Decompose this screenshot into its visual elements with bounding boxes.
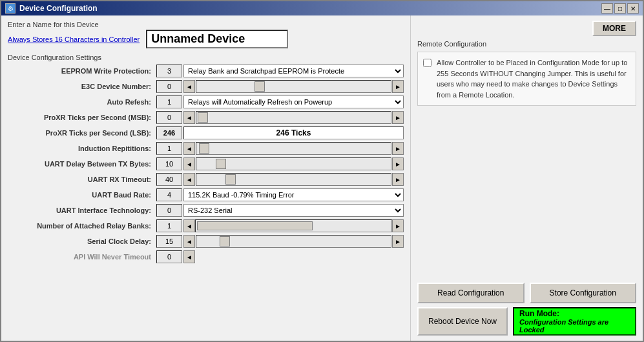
uart-rx-slider-control: ◄ ► — [183, 173, 404, 186]
reboot-btn-row: Reboot Device Now Run Mode: Configuratio… — [417, 307, 636, 336]
clock-delay-left-arrow[interactable]: ◄ — [183, 235, 195, 248]
store-config-button[interactable]: Store Configuration — [530, 283, 637, 303]
main-window: ⚙ Device Configuration — □ ✕ Enter a Nam… — [0, 0, 644, 342]
relay-banks-scrollbar-control: ◄ ► — [183, 219, 404, 232]
table-row: EEPROM Write Protection: 3 Relay Bank an… — [8, 64, 404, 78]
bottom-buttons: Read Configuration Store Configuration R… — [417, 283, 636, 336]
reboot-button[interactable]: Reboot Device Now — [417, 307, 508, 336]
table-row: UART Interface Technology: 0 RS-232 Seri… — [8, 203, 404, 217]
left-panel: Enter a Name for this Device Always Stor… — [1, 15, 410, 341]
window-title: Device Configuration — [19, 4, 98, 13]
uart-delay-slider-thumb[interactable] — [216, 159, 226, 169]
relay-banks-right-arrow[interactable]: ► — [392, 219, 404, 232]
uart-delay-right-arrow[interactable]: ► — [392, 157, 404, 170]
window-icon: ⚙ — [5, 3, 16, 14]
remote-config-box: Allow Controller to be Placed in Configu… — [417, 52, 636, 106]
induction-left-arrow[interactable]: ◄ — [183, 142, 195, 155]
induction-slider-thumb[interactable] — [199, 143, 209, 154]
enter-name-label: Enter a Name for this Device — [8, 21, 404, 28]
clock-delay-slider-thumb[interactable] — [220, 236, 230, 246]
relay-banks-scroll-bar[interactable] — [197, 221, 313, 230]
uart-delay-left-arrow[interactable]: ◄ — [183, 157, 195, 170]
table-row: API Will Never Timeout 0 ◄ — [8, 250, 404, 264]
setting-value-baud: 4 — [156, 188, 182, 201]
setting-value-uart-rx: 40 — [156, 173, 182, 186]
device-name-input[interactable] — [146, 30, 288, 48]
setting-value-api-timeout: 0 — [156, 250, 182, 263]
table-row: Induction Repititions: 1 ◄ ► — [8, 141, 404, 156]
e3c-left-arrow[interactable]: ◄ — [183, 80, 195, 93]
api-timeout-slider-control: ◄ — [183, 250, 404, 263]
setting-value-autorefesh: 1 — [156, 96, 182, 108]
uart-rx-left-arrow[interactable]: ◄ — [183, 173, 195, 186]
uart-rx-slider-track[interactable] — [196, 173, 391, 186]
proxr-msb-right-arrow[interactable]: ► — [392, 111, 404, 124]
e3c-slider-thumb[interactable] — [254, 81, 265, 92]
run-mode-line2: Configuration Settings are Locked — [519, 318, 630, 334]
setting-label-baud: UART Baud Rate: — [8, 191, 156, 199]
uart-delay-slider-control: ◄ ► — [183, 157, 404, 170]
table-row: Auto Refesh: 1 Relays will Automatically… — [8, 95, 404, 109]
setting-label-eeprom: EEPROM Write Protection: — [8, 67, 156, 75]
induction-slider-control: ◄ ► — [183, 142, 404, 155]
clock-delay-right-arrow[interactable]: ► — [392, 235, 404, 248]
device-name-section: Enter a Name for this Device Always Stor… — [8, 21, 404, 48]
setting-value-proxr-msb: 0 — [156, 111, 182, 124]
proxr-msb-slider-control: ◄ ► — [183, 111, 404, 124]
induction-right-arrow[interactable]: ► — [392, 142, 404, 155]
uart-rx-right-arrow[interactable]: ► — [392, 173, 404, 186]
autorefesh-dropdown[interactable]: Relays will Automatically Refresh on Pow… — [183, 96, 404, 108]
eeprom-dropdown[interactable]: Relay Bank and Scratchpad EEPROM is Prot… — [183, 65, 404, 77]
remote-config-text: Allow Controller to be Placed in Configu… — [437, 57, 630, 100]
run-mode-line1: Run Mode: — [519, 309, 559, 318]
e3c-slider-control: ◄ ► — [183, 80, 404, 93]
setting-value-eeprom: 3 — [156, 65, 182, 77]
autorefesh-dropdown-control: Relays will Automatically Refresh on Pow… — [183, 96, 404, 108]
proxr-msb-slider-track[interactable] — [196, 111, 391, 124]
setting-label-relay-banks: Number of Attached Relay Banks: — [8, 222, 156, 230]
proxr-msb-slider-thumb[interactable] — [198, 112, 208, 123]
table-row: ProXR Ticks per Second (LSB): 246 246 Ti… — [8, 126, 404, 140]
setting-value-e3c: 0 — [156, 80, 182, 93]
setting-label-autorefesh: Auto Refesh: — [8, 98, 156, 106]
baud-dropdown[interactable]: 115.2K Baud -0.79% Timing Error — [183, 188, 404, 201]
remote-config-title: Remote Configuration — [417, 40, 636, 48]
config-settings-label: Device Configuration Settings — [8, 54, 404, 61]
table-row: E3C Device Number: 0 ◄ ► — [8, 79, 404, 94]
e3c-right-arrow[interactable]: ► — [392, 80, 404, 93]
api-timeout-left-arrow[interactable]: ◄ — [183, 250, 195, 263]
baud-dropdown-control: 115.2K Baud -0.79% Timing Error — [183, 188, 404, 201]
uart-rx-slider-thumb[interactable] — [225, 174, 236, 185]
remote-config-checkbox[interactable] — [423, 59, 431, 67]
more-button[interactable]: MORE — [592, 21, 636, 36]
content-area: Enter a Name for this Device Always Stor… — [1, 15, 643, 341]
setting-label-api-timeout: API Will Never Timeout — [8, 253, 156, 261]
setting-label-uart-delay: UART Delay Between TX Bytes: — [8, 160, 156, 168]
relay-banks-left-arrow[interactable]: ◄ — [183, 219, 195, 232]
right-panel: MORE Remote Configuration Allow Controll… — [410, 15, 643, 341]
clock-delay-slider-track[interactable] — [196, 235, 391, 248]
always-stores-link[interactable]: Always Stores 16 Characters in Controlle… — [8, 35, 140, 43]
setting-value-uart-interface: 0 — [156, 204, 182, 217]
e3c-slider-track[interactable] — [196, 80, 391, 93]
device-name-row: Always Stores 16 Characters in Controlle… — [8, 30, 404, 48]
table-row: UART Delay Between TX Bytes: 10 ◄ ► — [8, 157, 404, 171]
close-button[interactable]: ✕ — [627, 3, 639, 14]
setting-label-clock-delay: Serial Clock Delay: — [8, 237, 156, 245]
eeprom-dropdown-control: Relay Bank and Scratchpad EEPROM is Prot… — [183, 65, 404, 77]
uart-delay-slider-track[interactable] — [196, 157, 391, 170]
uart-interface-dropdown-control: RS-232 Serial — [183, 204, 404, 217]
proxr-msb-left-arrow[interactable]: ◄ — [183, 111, 195, 124]
read-config-button[interactable]: Read Configuration — [417, 283, 525, 303]
setting-value-relay-banks: 1 — [156, 219, 182, 232]
relay-banks-scroll-track[interactable] — [195, 219, 392, 232]
setting-label-uart-rx: UART RX Timeout: — [8, 176, 156, 183]
uart-interface-dropdown[interactable]: RS-232 Serial — [183, 204, 404, 217]
ticks-display: 246 Ticks — [183, 126, 404, 139]
maximize-button[interactable]: □ — [614, 3, 626, 14]
minimize-button[interactable]: — — [601, 3, 613, 14]
config-btn-row: Read Configuration Store Configuration — [417, 283, 636, 303]
induction-slider-track[interactable] — [196, 142, 391, 155]
setting-label-proxr-msb: ProXR Ticks per Second (MSB): — [8, 114, 156, 121]
table-row: ProXR Ticks per Second (MSB): 0 ◄ ► — [8, 110, 404, 125]
